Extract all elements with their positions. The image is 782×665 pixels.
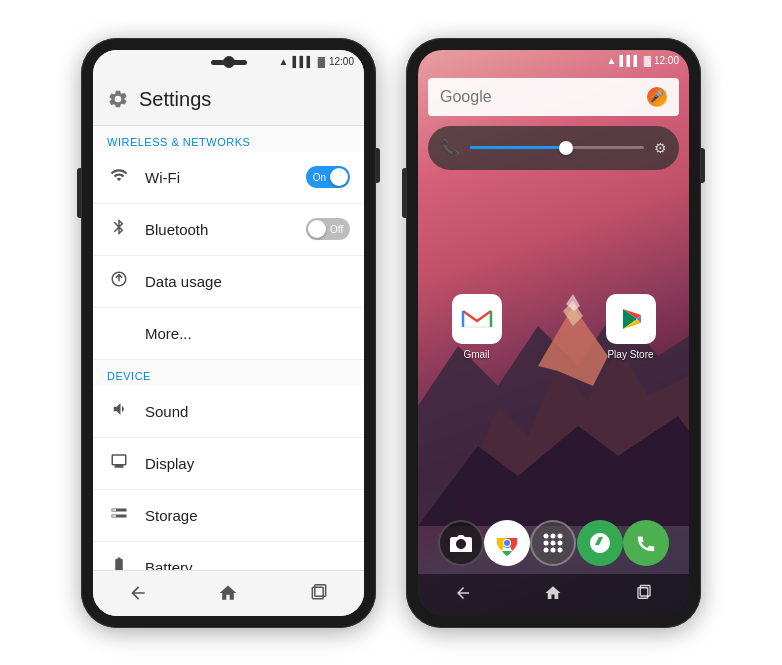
mic-icon[interactable]: 🎤 — [647, 87, 667, 107]
section-wireless: WIRELESS & NETWORKS — [93, 126, 364, 152]
battery-icon-item — [107, 556, 131, 570]
recents-button-2[interactable] — [635, 584, 653, 606]
power-button[interactable] — [376, 148, 380, 183]
svg-point-19 — [551, 533, 556, 538]
signal-status-2: ▌▌▌ — [619, 55, 640, 66]
svg-point-24 — [544, 547, 549, 552]
volume-button[interactable] — [77, 168, 81, 218]
settings-list[interactable]: WIRELESS & NETWORKS Wi-Fi On — [93, 126, 364, 570]
sound-item[interactable]: Sound — [93, 386, 364, 438]
section-device: DEVICE — [93, 360, 364, 386]
status-bar-2: ▲ ▌▌▌ ▓ 12:00 — [418, 50, 689, 72]
phone-1: ▲ ▌▌▌ ▓ 12:00 Settings WIRELESS & NETWOR… — [81, 38, 376, 628]
bottom-nav-2 — [418, 574, 689, 616]
data-label: Data usage — [145, 273, 350, 290]
phone-dock[interactable] — [623, 520, 669, 566]
home-button-2[interactable] — [544, 584, 562, 606]
wifi-toggle[interactable]: On — [306, 166, 350, 188]
wifi-status-2: ▲ — [607, 55, 617, 66]
apps-grid-dock[interactable] — [530, 520, 576, 566]
volume-fill — [470, 146, 566, 149]
more-label: More... — [145, 325, 350, 342]
bluetooth-icon — [107, 218, 131, 240]
volume-button-2[interactable] — [402, 168, 406, 218]
svg-point-17 — [504, 540, 510, 546]
back-button-2[interactable] — [454, 584, 472, 606]
playstore-icon[interactable] — [606, 294, 656, 344]
phone-speaker-1 — [211, 60, 247, 65]
volume-bar[interactable]: 📞 ⚙ — [428, 126, 679, 170]
recents-button-1[interactable] — [304, 578, 334, 608]
blank-space — [529, 294, 579, 344]
sound-icon — [107, 400, 131, 422]
bottom-nav-1 — [93, 570, 364, 616]
storage-icon — [107, 504, 131, 526]
data-usage-item[interactable]: Data usage — [93, 256, 364, 308]
svg-point-21 — [544, 540, 549, 545]
power-button-2[interactable] — [701, 148, 705, 183]
more-item[interactable]: More... — [93, 308, 364, 360]
gmail-label: Gmail — [463, 349, 489, 360]
wifi-icon-item — [107, 166, 131, 188]
google-text: Google — [440, 88, 492, 106]
google-search-bar[interactable]: Google 🎤 — [428, 78, 679, 116]
playstore-app[interactable]: Play Store — [606, 294, 656, 360]
home-app-row: Gmail Play Store — [418, 294, 689, 360]
svg-point-23 — [558, 540, 563, 545]
battery-item[interactable]: Battery — [93, 542, 364, 570]
settings-header: Settings — [93, 74, 364, 126]
battery-status-2: ▓ — [644, 55, 651, 66]
wifi-toggle-knob — [330, 168, 348, 186]
sound-label: Sound — [145, 403, 350, 420]
svg-point-25 — [551, 547, 556, 552]
display-label: Display — [145, 455, 350, 472]
blank-app — [529, 294, 579, 360]
volume-icon: 📞 — [440, 138, 460, 157]
svg-point-20 — [558, 533, 563, 538]
battery-label: Battery — [145, 559, 350, 570]
bluetooth-toggle[interactable]: Off — [306, 218, 350, 240]
chrome-dock[interactable] — [484, 520, 530, 566]
bluetooth-label: Bluetooth — [145, 221, 292, 238]
home-button-1[interactable] — [213, 578, 243, 608]
svg-point-18 — [544, 533, 549, 538]
bluetooth-toggle-knob — [308, 220, 326, 238]
volume-settings-icon[interactable]: ⚙ — [654, 140, 667, 156]
volume-slider[interactable] — [470, 146, 644, 149]
hangouts-dock[interactable] — [577, 520, 623, 566]
time-2: 12:00 — [654, 55, 679, 66]
phone-2: ▲ ▌▌▌ ▓ 12:00 Google 🎤 📞 ⚙ — [406, 38, 701, 628]
gmail-app[interactable]: Gmail — [452, 294, 502, 360]
camera-dock[interactable] — [438, 520, 484, 566]
settings-title: Settings — [139, 88, 211, 111]
bluetooth-item[interactable]: Bluetooth Off — [93, 204, 364, 256]
data-icon — [107, 270, 131, 292]
display-item[interactable]: Display — [93, 438, 364, 490]
gear-icon — [107, 88, 129, 110]
display-icon — [107, 452, 131, 474]
playstore-label: Play Store — [607, 349, 653, 360]
svg-point-26 — [558, 547, 563, 552]
time-1: 12:00 — [329, 56, 354, 67]
volume-thumb[interactable] — [559, 141, 573, 155]
wifi-icon: ▲ — [279, 56, 289, 67]
wifi-item[interactable]: Wi-Fi On — [93, 152, 364, 204]
phone-1-screen: ▲ ▌▌▌ ▓ 12:00 Settings WIRELESS & NETWOR… — [93, 50, 364, 616]
phone-2-screen: ▲ ▌▌▌ ▓ 12:00 Google 🎤 📞 ⚙ — [418, 50, 689, 616]
signal-icon: ▌▌▌ — [292, 56, 313, 67]
wifi-label: Wi-Fi — [145, 169, 292, 186]
svg-point-22 — [551, 540, 556, 545]
battery-icon: ▓ — [318, 56, 325, 67]
back-button-1[interactable] — [123, 578, 153, 608]
home-dock — [418, 512, 689, 574]
storage-label: Storage — [145, 507, 350, 524]
gmail-icon[interactable] — [452, 294, 502, 344]
home-spacer — [418, 360, 689, 512]
storage-item[interactable]: Storage — [93, 490, 364, 542]
